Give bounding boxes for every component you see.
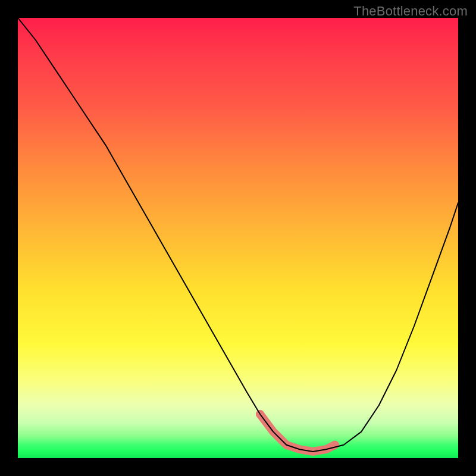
watermark-text: TheBottleneck.com	[353, 4, 468, 19]
bottleneck-curve	[18, 18, 458, 452]
plot-area	[18, 18, 458, 458]
curve-group	[18, 18, 458, 452]
highlight-group	[256, 410, 339, 452]
chart-frame: TheBottleneck.com	[0, 0, 476, 476]
plot-svg	[18, 18, 458, 458]
optimal-range-highlight	[260, 414, 335, 452]
